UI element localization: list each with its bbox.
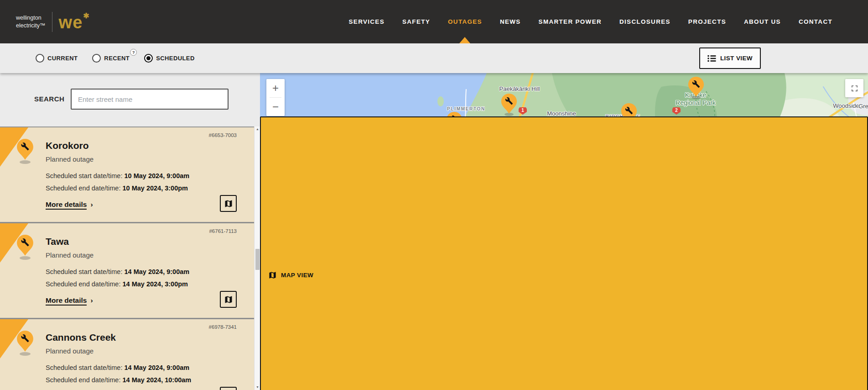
list-view-button[interactable]: LIST VIEW: [699, 47, 761, 69]
outage-reference: #6653-7003: [209, 132, 237, 138]
more-details-link[interactable]: More details›: [46, 200, 93, 209]
outage-reference: #6978-7341: [209, 324, 237, 330]
end-value: 10 May 2024, 3:00pm: [122, 184, 187, 192]
pin-shadow: [20, 160, 31, 164]
planned-outage-pin-icon: [16, 234, 34, 262]
zoom-in-button[interactable]: +: [266, 79, 285, 97]
nav-item-smarter-power[interactable]: SMARTER POWER: [539, 0, 602, 43]
list-icon: [707, 55, 716, 62]
main-navigation: SERVICESSAFETYOUTAGESNEWSSMARTER POWERDI…: [349, 0, 832, 43]
outage-title: Tawa: [46, 236, 69, 247]
scheduled-end-line: Scheduled end date/time: 14 May 2024, 10…: [46, 376, 191, 384]
pin-shadow: [20, 352, 31, 356]
radio-circle-icon: [36, 54, 44, 63]
highway-shield: 2: [672, 107, 681, 115]
radio-recent[interactable]: RECENT?: [92, 54, 130, 63]
chevron-right-icon: ›: [90, 296, 93, 304]
outage-title: Cannons Creek: [46, 332, 116, 343]
end-label: Scheduled end date/time:: [46, 184, 122, 192]
nav-item-about-us[interactable]: ABOUT US: [744, 0, 781, 43]
show-on-map-button[interactable]: [220, 195, 237, 212]
radio-circle-icon: [92, 54, 101, 63]
wellington-electricity-logo[interactable]: wellington electricity™ we✱: [16, 0, 90, 43]
scheduled-end-line: Scheduled end date/time: 14 May 2024, 3:…: [46, 280, 188, 288]
outage-reference: #6761-7113: [209, 228, 237, 234]
scheduled-end-line: Scheduled end date/time: 10 May 2024, 3:…: [46, 184, 188, 192]
scheduled-start-line: Scheduled start date/time: 10 May 2024, …: [46, 172, 189, 179]
map-icon: [224, 199, 233, 208]
scheduled-start-line: Scheduled start date/time: 14 May 2024, …: [46, 268, 189, 275]
map-label: Greytown: [858, 103, 868, 110]
pin-shadow: [20, 256, 31, 260]
radio-current[interactable]: CURRENT: [36, 54, 78, 63]
map-view-label: MAP VIEW: [281, 272, 313, 279]
chevron-right-icon: ›: [90, 200, 93, 208]
outage-type-label: Planned outage: [46, 251, 94, 259]
street-search-input[interactable]: [71, 89, 229, 110]
map-label: Paekākāriki Hill: [499, 85, 540, 92]
we-logo-mark: we✱: [59, 12, 90, 31]
help-badge-icon[interactable]: ?: [130, 49, 137, 56]
nav-item-projects[interactable]: PROJECTS: [688, 0, 726, 43]
nav-item-news[interactable]: NEWS: [500, 0, 521, 43]
nav-item-disclosures[interactable]: DISCLOSURES: [619, 0, 670, 43]
end-label: Scheduled end date/time:: [46, 280, 122, 288]
logo-star-icon: ✱: [83, 12, 89, 20]
end-value: 14 May 2024, 10:00am: [122, 376, 191, 384]
start-value: 10 May 2024, 9:00am: [125, 172, 190, 179]
radio-scheduled[interactable]: SCHEDULED: [144, 54, 195, 63]
top-nav-bar: wellington electricity™ we✱ SERVICESSAFE…: [0, 0, 868, 43]
logo-wordmark: wellington electricity™: [16, 14, 46, 29]
search-section: SEARCH: [0, 73, 260, 126]
outage-card-list: #6653-7003KorokoroPlanned outageSchedule…: [0, 126, 254, 390]
fullscreen-button[interactable]: [845, 79, 863, 97]
outage-list-sidebar: SEARCH #6653-7003KorokoroPlanned outageS…: [0, 73, 260, 390]
more-details-label: More details: [46, 296, 87, 306]
outage-title: Korokoro: [46, 140, 89, 151]
sidebar-scrollbar[interactable]: ▲ ▼: [254, 126, 260, 390]
nav-item-safety[interactable]: SAFETY: [402, 0, 430, 43]
nav-item-contact[interactable]: CONTACT: [799, 0, 832, 43]
more-details-link[interactable]: More details›: [46, 296, 93, 305]
map-view-button[interactable]: MAP VIEW: [260, 116, 868, 390]
scheduled-start-line: Scheduled start date/time: 14 May 2024, …: [46, 364, 189, 371]
planned-outage-pin-icon: [16, 330, 34, 358]
radio-label: SCHEDULED: [156, 55, 195, 62]
end-label: Scheduled end date/time:: [46, 376, 122, 384]
search-label: SEARCH: [34, 95, 64, 103]
start-value: 14 May 2024, 9:00am: [125, 268, 190, 275]
outage-filter-bar: CURRENTRECENT?SCHEDULED LIST VIEW MAP VI…: [0, 43, 868, 73]
start-label: Scheduled start date/time:: [46, 172, 125, 179]
outage-type-label: Planned outage: [46, 155, 94, 163]
outage-card[interactable]: #6978-7341Cannons CreekPlanned outageSch…: [0, 319, 254, 390]
more-details-label: More details: [46, 200, 87, 210]
start-label: Scheduled start date/time:: [46, 268, 125, 275]
fullscreen-icon: [851, 84, 858, 92]
outage-type-label: Planned outage: [46, 347, 94, 355]
outage-card[interactable]: #6761-7113TawaPlanned outageScheduled st…: [0, 223, 254, 319]
end-value: 14 May 2024, 3:00pm: [122, 280, 187, 288]
list-view-label: LIST VIEW: [720, 55, 753, 62]
planned-outage-pin-icon: [16, 138, 34, 166]
map-icon: [268, 271, 277, 279]
start-value: 14 May 2024, 9:00am: [125, 364, 190, 371]
highway-shield: 1: [519, 107, 527, 115]
outage-type-radios: CURRENTRECENT?SCHEDULED: [36, 54, 195, 63]
scrollbar-thumb[interactable]: [255, 249, 260, 270]
show-on-map-button[interactable]: [220, 387, 237, 390]
outage-card[interactable]: #6653-7003KorokoroPlanned outageSchedule…: [0, 127, 254, 223]
nav-item-services[interactable]: SERVICES: [349, 0, 385, 43]
logo-divider: [52, 12, 52, 32]
start-label: Scheduled start date/time:: [46, 364, 125, 371]
nav-item-outages[interactable]: OUTAGES: [448, 0, 482, 43]
show-on-map-button[interactable]: [220, 291, 237, 308]
map-label: Woodside: [833, 102, 859, 109]
radio-circle-icon: [144, 54, 153, 63]
map-zoom-control: + −: [266, 79, 285, 116]
zoom-out-button[interactable]: −: [266, 98, 285, 116]
map-icon: [224, 295, 233, 304]
radio-label: CURRENT: [47, 55, 78, 62]
radio-label: RECENT: [104, 55, 130, 62]
